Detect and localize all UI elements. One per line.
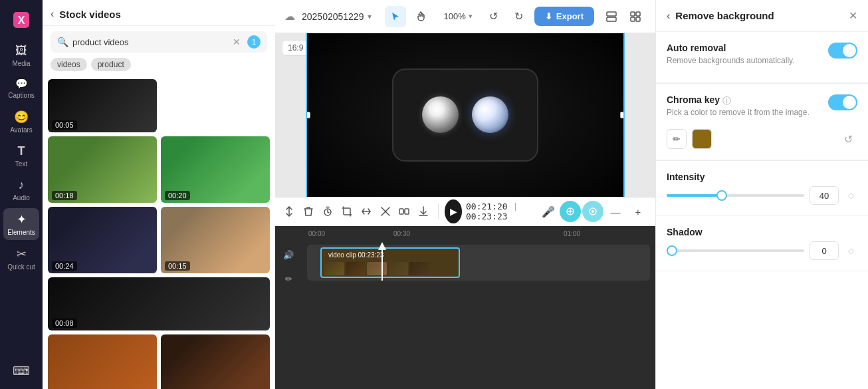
panel-back-button[interactable]: ‹	[667, 10, 670, 22]
chroma-pencil-button[interactable]: ✏	[667, 129, 687, 149]
shadow-keyframe-button[interactable]: ◇	[844, 244, 857, 257]
timeline-transition-button[interactable]	[397, 201, 412, 222]
chroma-key-info-icon[interactable]: ⓘ	[722, 95, 731, 107]
sidebar-item-media[interactable]: 🖼 Media	[3, 40, 39, 71]
sidebar-logo[interactable]: X	[3, 7, 39, 33]
timeline-speed-button[interactable]	[320, 201, 336, 222]
avatars-icon: 😊	[14, 110, 29, 124]
sidebar-item-text[interactable]: T Text	[3, 140, 39, 172]
video-thumb-4[interactable]: 00:24	[48, 207, 157, 273]
intensity-keyframe-button[interactable]: ◇	[844, 189, 857, 202]
video-thumb-7[interactable]: 00:11	[48, 334, 157, 389]
doc-name[interactable]: 202502051229 ▾	[302, 11, 372, 22]
timeline-flip-button[interactable]	[358, 201, 374, 222]
timeline-zoom-in-button[interactable]: +	[627, 201, 649, 222]
chroma-key-toggle[interactable]	[828, 94, 857, 110]
pointer-tool-button[interactable]	[385, 6, 406, 27]
shadow-label: Shadow	[667, 227, 857, 237]
media-icon: 🖼	[15, 44, 27, 58]
sidebar-item-captions[interactable]: 💬 Captions	[3, 74, 39, 103]
audio-icon: ♪	[19, 178, 25, 192]
intensity-slider[interactable]	[667, 194, 804, 197]
clip-frame-4	[388, 262, 408, 275]
media-panel: ‹ Stock videos 🔍 ✕ 1 videos product 00:0…	[43, 0, 275, 389]
sidebar-item-audio[interactable]: ♪ Audio	[3, 174, 39, 205]
timeline-crop-button[interactable]	[339, 201, 354, 222]
undo-button[interactable]: ↺	[485, 6, 503, 27]
sidebar-item-avatars[interactable]: 😊 Avatars	[3, 106, 39, 138]
tag-product[interactable]: product	[91, 58, 131, 71]
track-volume-button[interactable]: 🔊	[279, 246, 298, 265]
export-button[interactable]: ⬇ Export	[534, 7, 594, 26]
panel-title: Remove background	[675, 10, 843, 21]
thumb-duration-6: 00:08	[52, 319, 77, 328]
redo-button[interactable]: ↻	[509, 6, 528, 27]
chroma-key-labels: Chroma key ⓘ Pick a color to remove it f…	[667, 94, 821, 124]
mic-button[interactable]: 🎤	[540, 201, 556, 222]
vr-headset	[392, 68, 538, 162]
search-clear-button[interactable]: ✕	[233, 37, 241, 47]
video-thumb-6[interactable]: 00:08	[48, 277, 270, 330]
tag-videos[interactable]: videos	[51, 58, 87, 71]
sidebar-label-elements: Elements	[7, 229, 35, 236]
shadow-slider-thumb[interactable]	[667, 245, 677, 256]
intensity-section: Intensity 40 ◇	[656, 161, 868, 216]
canvas-container: •••	[306, 33, 625, 197]
track-edit-button[interactable]: ✏	[279, 270, 298, 289]
video-thumb-5[interactable]: 00:15	[161, 207, 270, 273]
timeline-delete-button[interactable]	[301, 201, 316, 222]
timeline-split-button[interactable]	[282, 201, 297, 222]
chroma-reset-button[interactable]: ↺	[839, 130, 857, 148]
video-grid: 00:05 00:18 00:20 00:24 00:15 00:08 00:1…	[43, 76, 275, 389]
filter-badge[interactable]: 1	[247, 35, 261, 49]
timeline-action-cyan-1[interactable]	[560, 201, 581, 222]
sidebar-label-audio: Audio	[13, 194, 30, 201]
video-thumb-8[interactable]: 00:19	[161, 334, 270, 389]
video-clip[interactable]: video clip 00:23:23	[320, 247, 460, 278]
timeline-zoom-out-button[interactable]: —	[605, 201, 626, 222]
play-button[interactable]: ▶	[445, 199, 462, 223]
panel-close-button[interactable]: ✕	[849, 9, 857, 22]
search-input[interactable]	[72, 37, 229, 47]
chroma-color-row: ✏ ↺	[667, 129, 857, 149]
zoom-level-text: 100%	[443, 11, 465, 21]
sidebar-item-elements[interactable]: ✦ Elements	[3, 208, 39, 240]
media-panel-title: Stock videos	[59, 9, 267, 20]
track-area: 00:00 00:30 01:00 video clip 00:23:23	[302, 226, 655, 390]
cloud-icon: ☁	[284, 10, 295, 23]
vr-lens-right	[472, 96, 508, 133]
sidebar-item-keyboard[interactable]: ⌨	[3, 360, 39, 382]
timeline-remove-button[interactable]	[378, 201, 393, 222]
video-thumb-2[interactable]: 00:18	[48, 136, 157, 203]
media-back-button[interactable]: ‹	[51, 8, 54, 20]
timeline-download-button[interactable]	[416, 201, 431, 222]
track-controls: 🔊 ✏	[275, 226, 302, 390]
svg-rect-3	[607, 17, 616, 21]
current-time-display: 00:21:20 | 00:23:23	[466, 201, 536, 221]
intensity-slider-row: 40 ◇	[667, 186, 857, 205]
clip-frame-3	[367, 262, 387, 275]
zoom-control[interactable]: 100% ▾	[438, 9, 477, 24]
layout-toggle-button-1[interactable]	[601, 6, 622, 27]
intensity-slider-thumb[interactable]	[716, 190, 727, 201]
video-thumb-1[interactable]: 00:05	[48, 79, 157, 132]
video-thumb-3[interactable]: 00:20	[161, 136, 270, 203]
shadow-slider[interactable]	[667, 249, 804, 252]
sidebar-label-quickcut: Quick cut	[7, 263, 35, 271]
svg-point-24	[592, 210, 594, 213]
timeline-action-cyan-2[interactable]	[582, 201, 603, 222]
auto-removal-toggle[interactable]	[828, 43, 857, 59]
auto-removal-row: Auto removal Remove backgrounds automati…	[667, 43, 857, 72]
text-icon: T	[18, 144, 25, 158]
layout-toggle-button-2[interactable]	[625, 6, 646, 27]
clip-label: video clip 00:23:23	[324, 250, 387, 260]
doc-name-text: 202502051229	[302, 11, 364, 22]
sidebar-label-media: Media	[12, 60, 30, 67]
sidebar-item-quickcut[interactable]: ✂ Quick cut	[3, 243, 39, 275]
chroma-color-swatch[interactable]	[692, 129, 712, 149]
quickcut-icon: ✂	[17, 247, 27, 261]
hand-tool-button[interactable]	[410, 6, 431, 27]
chroma-key-section: Chroma key ⓘ Pick a color to remove it f…	[656, 84, 868, 160]
playhead[interactable]	[381, 245, 383, 281]
export-icon: ⬇	[545, 11, 552, 21]
